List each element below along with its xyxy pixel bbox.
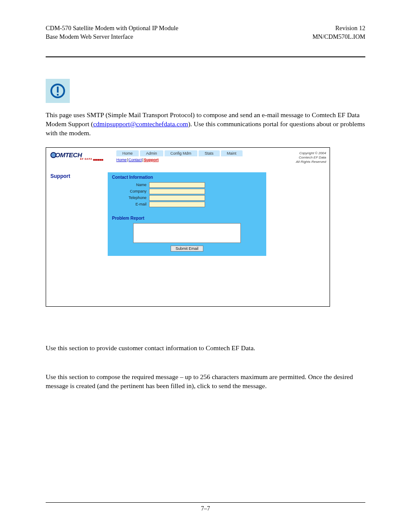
- field-row-company: Company: [112, 189, 262, 194]
- field-row-telephone: Telephone: [112, 195, 262, 201]
- tab-home[interactable]: Home: [116, 150, 139, 156]
- body-p2-c: to send the message.: [212, 382, 267, 389]
- svg-rect-2: [57, 94, 59, 96]
- problem-textarea[interactable]: [133, 223, 241, 243]
- label-company: Company: [112, 189, 149, 193]
- header-revision: Revision 12: [312, 24, 365, 33]
- field-row-name: Name: [112, 182, 262, 188]
- tab-stats[interactable]: Stats: [199, 150, 220, 156]
- field-row-email: E-mail: [112, 202, 262, 207]
- tab-config-mdm[interactable]: Config Mdm: [165, 150, 198, 156]
- support-email-link[interactable]: cdmipsupport@comtechefdata.com: [93, 120, 188, 128]
- problem-report-title: Problem Report: [112, 216, 262, 221]
- header-rule: [46, 56, 365, 57]
- copyright-line3: All Rights Reserved: [284, 160, 326, 164]
- contact-info-panel: Contact Information Name Company Telepho…: [108, 172, 266, 256]
- body-paragraph-2: Use this section to compose the required…: [46, 373, 365, 391]
- submit-wrap: Submit Email: [112, 246, 262, 252]
- page-header: CDM-570 Satellite Modem with Optional IP…: [46, 24, 365, 41]
- body-paragraph-1: Use this section to provide customer con…: [46, 344, 365, 353]
- label-email: E-mail: [112, 202, 149, 206]
- intro-paragraph: This page uses SMTP (Simple Mail Transpo…: [46, 111, 365, 138]
- header-left: CDM-570 Satellite Modem with Optional IP…: [46, 24, 178, 41]
- copyright-line1: Copyright © 2004: [284, 151, 326, 156]
- header-title-2: Base Modem Web Server Interface: [46, 33, 178, 41]
- alert-icon: [46, 79, 70, 103]
- contact-info-title: Contact Information: [112, 175, 262, 180]
- body-p2-b: has been filled in), click: [146, 382, 212, 389]
- figure-left-column: OMTECH EF DATA ▄▄▄▄▄ Support: [46, 148, 108, 306]
- tab-maint[interactable]: Maint: [221, 150, 243, 156]
- subnav-home[interactable]: Home: [116, 158, 127, 162]
- input-name[interactable]: [149, 182, 205, 188]
- header-title-1: CDM-570 Satellite Modem with Optional IP…: [46, 24, 178, 33]
- page-number: 7–7: [201, 505, 210, 512]
- input-telephone[interactable]: [149, 195, 205, 201]
- subnav-contact[interactable]: Contact: [128, 158, 142, 162]
- page-footer: 7–7: [0, 502, 411, 512]
- page-section-title: Support: [50, 173, 108, 179]
- figure-center-column: Home Admin Config Mdm Stats Maint Home|C…: [108, 148, 284, 306]
- document-page: CDM-570 Satellite Modem with Optional IP…: [0, 0, 411, 532]
- copyright-line2: Comtech EF Data: [284, 156, 326, 160]
- label-telephone: Telephone: [112, 196, 149, 200]
- submit-email-button[interactable]: Submit Email: [171, 246, 203, 252]
- comtech-logo: OMTECH EF DATA ▄▄▄▄▄: [50, 151, 108, 160]
- figure-right-column: Copyright © 2004 Comtech EF Data All Rig…: [284, 148, 330, 306]
- logo-text: OMTECH: [55, 151, 82, 159]
- header-docid: MN/CDM570L.IOM: [312, 33, 365, 41]
- support-page-screenshot: OMTECH EF DATA ▄▄▄▄▄ Support Home Admin …: [46, 147, 330, 307]
- footer-rule: [46, 502, 365, 503]
- svg-rect-1: [57, 87, 59, 93]
- input-company[interactable]: [149, 189, 205, 194]
- main-tabbar: Home Admin Config Mdm Stats Maint: [108, 150, 284, 156]
- problem-report-panel: Problem Report Submit Email: [112, 216, 262, 252]
- header-right: Revision 12 MN/CDM570L.IOM: [312, 24, 365, 41]
- body-text: Use this section to provide customer con…: [46, 344, 365, 391]
- label-name: Name: [112, 183, 149, 187]
- input-email[interactable]: [149, 202, 205, 207]
- sub-nav: Home|Contact|Support: [108, 156, 284, 162]
- tab-admin[interactable]: Admin: [140, 150, 163, 156]
- subnav-support[interactable]: Support: [144, 158, 159, 162]
